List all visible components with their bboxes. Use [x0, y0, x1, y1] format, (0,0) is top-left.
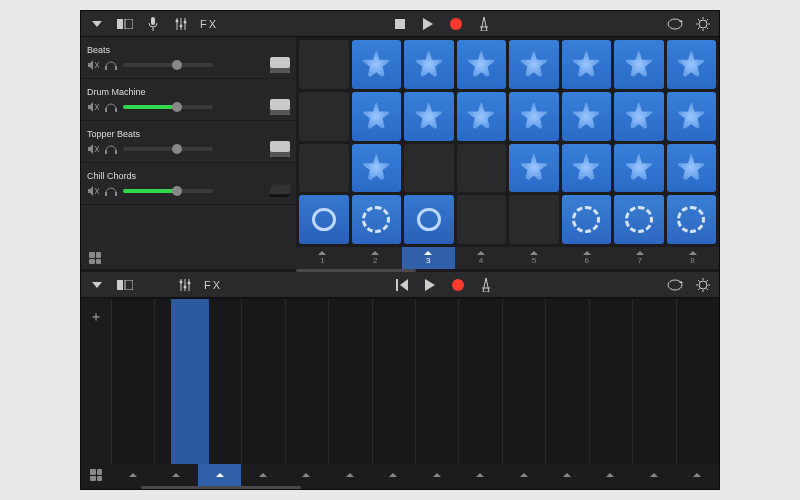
play-button[interactable]	[420, 16, 436, 32]
loop-cell[interactable]	[509, 144, 559, 193]
mute-icon[interactable]	[87, 59, 99, 71]
loop-cell[interactable]	[562, 144, 612, 193]
loop-cell[interactable]	[562, 195, 612, 244]
metronome-button[interactable]	[476, 16, 492, 32]
microphone-button[interactable]	[145, 16, 161, 32]
loop-cell[interactable]	[562, 40, 612, 89]
horizontal-scrollbar[interactable]	[81, 269, 719, 272]
loop-cell[interactable]	[509, 40, 559, 89]
scene-trigger[interactable]	[285, 464, 328, 486]
scene-trigger[interactable]: 6	[560, 247, 613, 269]
loop-cell[interactable]	[404, 195, 454, 244]
volume-slider[interactable]	[123, 63, 213, 67]
track-view-toggle[interactable]	[117, 277, 133, 293]
play-button[interactable]	[422, 277, 438, 293]
scene-trigger[interactable]	[589, 464, 632, 486]
scene-trigger[interactable]: 1	[296, 247, 349, 269]
settings-button[interactable]	[695, 16, 711, 32]
view-menu-button[interactable]	[89, 277, 105, 293]
scene-trigger[interactable]	[328, 464, 371, 486]
horizontal-scrollbar[interactable]	[81, 486, 719, 489]
loop-cell[interactable]	[299, 92, 349, 141]
scene-trigger[interactable]	[111, 464, 154, 486]
scene-trigger[interactable]	[632, 464, 675, 486]
volume-slider[interactable]	[123, 189, 213, 193]
loop-cell[interactable]	[299, 195, 349, 244]
track-header[interactable]: Beats	[81, 37, 296, 79]
loop-cell[interactable]	[352, 195, 402, 244]
headphones-icon[interactable]	[105, 101, 117, 113]
instrument-icon[interactable]	[270, 57, 290, 73]
scene-trigger[interactable]	[502, 464, 545, 486]
loop-cell[interactable]	[667, 195, 717, 244]
loop-cell[interactable]	[667, 40, 717, 89]
loop-cell[interactable]	[457, 144, 507, 193]
scene-trigger[interactable]	[458, 464, 501, 486]
loop-cell[interactable]	[457, 40, 507, 89]
loop-button[interactable]	[667, 277, 683, 293]
scene-trigger[interactable]: 3	[402, 247, 455, 269]
headphones-icon[interactable]	[105, 143, 117, 155]
scene-trigger[interactable]	[545, 464, 588, 486]
record-button[interactable]	[450, 277, 466, 293]
loop-cell[interactable]	[457, 92, 507, 141]
scene-trigger[interactable]	[241, 464, 284, 486]
track-header[interactable]: Drum Machine	[81, 79, 296, 121]
loop-cell[interactable]	[509, 195, 559, 244]
instrument-icon[interactable]	[270, 99, 290, 115]
headphones-icon[interactable]	[105, 59, 117, 71]
loop-cell[interactable]	[667, 144, 717, 193]
track-view-toggle[interactable]	[117, 16, 133, 32]
skip-back-button[interactable]	[394, 277, 410, 293]
scene-trigger[interactable]	[198, 464, 241, 486]
track-header[interactable]: Chill Chords	[81, 163, 296, 205]
volume-slider[interactable]	[123, 147, 213, 151]
stop-button[interactable]	[392, 16, 408, 32]
loop-cell[interactable]	[562, 92, 612, 141]
loop-cell[interactable]	[352, 40, 402, 89]
add-track-button[interactable]: ＋	[81, 298, 111, 464]
scene-trigger[interactable]: 5	[508, 247, 561, 269]
loop-cell[interactable]	[614, 40, 664, 89]
loop-cell[interactable]	[352, 92, 402, 141]
mixer-button[interactable]	[173, 16, 189, 32]
mute-icon[interactable]	[87, 101, 99, 113]
scene-trigger[interactable]: 8	[666, 247, 719, 269]
mixer-button[interactable]	[177, 277, 193, 293]
loop-cell[interactable]	[299, 144, 349, 193]
scene-trigger[interactable]: 4	[455, 247, 508, 269]
arrangement-area[interactable]	[111, 298, 719, 464]
volume-slider[interactable]	[123, 105, 213, 109]
scene-trigger[interactable]: 7	[613, 247, 666, 269]
loop-cell[interactable]	[404, 92, 454, 141]
headphones-icon[interactable]	[105, 185, 117, 197]
fx-button[interactable]: FX	[201, 16, 217, 32]
arrangement-region[interactable]	[171, 299, 209, 464]
settings-button[interactable]	[695, 277, 711, 293]
scene-trigger[interactable]	[372, 464, 415, 486]
fx-button[interactable]: FX	[205, 277, 221, 293]
loop-cell[interactable]	[614, 195, 664, 244]
grid-icon[interactable]	[89, 252, 101, 264]
loop-cell[interactable]	[457, 195, 507, 244]
scene-trigger[interactable]	[676, 464, 719, 486]
loop-cell[interactable]	[404, 144, 454, 193]
loop-cell[interactable]	[614, 144, 664, 193]
mute-icon[interactable]	[87, 143, 99, 155]
scene-trigger[interactable]	[154, 464, 197, 486]
loop-cell[interactable]	[299, 40, 349, 89]
loop-cell[interactable]	[404, 40, 454, 89]
grid-icon[interactable]	[90, 469, 102, 481]
scene-trigger[interactable]	[415, 464, 458, 486]
loop-cell[interactable]	[614, 92, 664, 141]
mute-icon[interactable]	[87, 185, 99, 197]
loop-cell[interactable]	[352, 144, 402, 193]
loop-button[interactable]	[667, 16, 683, 32]
loop-cell[interactable]	[509, 92, 559, 141]
instrument-icon[interactable]	[270, 141, 290, 157]
instrument-icon[interactable]	[269, 184, 292, 197]
scene-trigger[interactable]: 2	[349, 247, 402, 269]
track-header[interactable]: Topper Beats	[81, 121, 296, 163]
view-menu-button[interactable]	[89, 16, 105, 32]
loop-cell[interactable]	[667, 92, 717, 141]
